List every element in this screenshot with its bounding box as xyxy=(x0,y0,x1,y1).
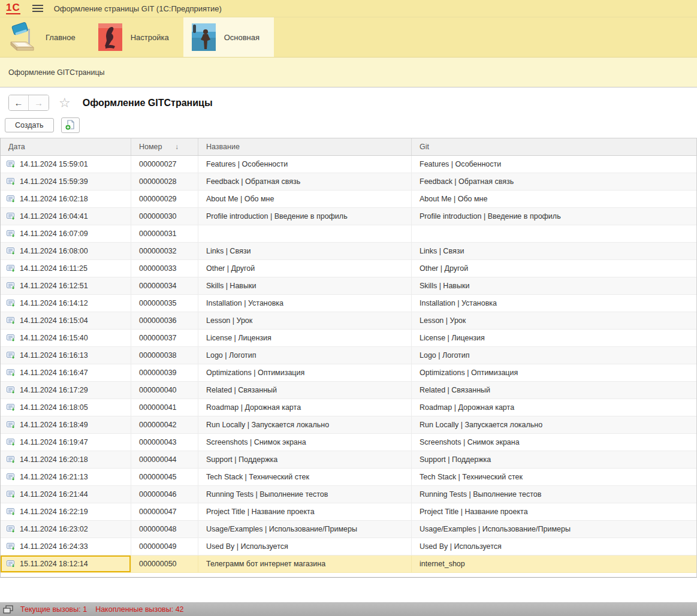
cell-git[interactable]: Tech Stack | Технический стек xyxy=(412,469,696,485)
table-row[interactable]: 14.11.2024 16:21:44000000046Running Test… xyxy=(1,486,696,503)
column-header-name[interactable]: Название xyxy=(198,138,412,155)
cell-number[interactable]: 000000040 xyxy=(131,382,198,398)
table-row[interactable]: 14.11.2024 16:17:29000000040Related | Св… xyxy=(1,382,696,399)
table-row[interactable]: 14.11.2024 16:07:09000000031 xyxy=(1,225,696,243)
table-row[interactable]: 15.11.2024 18:12:14000000050Телеграмм бо… xyxy=(1,555,696,573)
cell-date[interactable]: 14.11.2024 16:21:13 xyxy=(1,469,131,485)
cell-date[interactable]: 14.11.2024 16:16:13 xyxy=(1,347,131,364)
breadcrumb[interactable]: Оформление GITСтраницы xyxy=(8,68,105,77)
cell-date[interactable]: 15.11.2024 18:12:14 xyxy=(1,555,131,572)
cell-number[interactable]: 000000050 xyxy=(131,555,198,572)
cell-number[interactable]: 000000048 xyxy=(131,521,198,538)
cell-date[interactable]: 14.11.2024 16:04:41 xyxy=(1,208,131,225)
cell-name[interactable]: Support | Поддержка xyxy=(198,451,412,468)
table-row[interactable]: 14.11.2024 15:59:01000000027Features | О… xyxy=(1,156,696,173)
table-row[interactable]: 14.11.2024 16:15:04000000036Lesson | Уро… xyxy=(1,312,696,330)
cell-name[interactable]: License | Лицензия xyxy=(198,330,412,346)
cell-name[interactable]: Roadmap | Дорожная карта xyxy=(198,399,412,416)
cell-date[interactable]: 14.11.2024 16:19:47 xyxy=(1,434,131,451)
table-row[interactable]: 14.11.2024 16:14:12000000035Installation… xyxy=(1,295,696,312)
cell-git[interactable]: Roadmap | Дорожная карта xyxy=(412,399,696,416)
cell-number[interactable]: 000000047 xyxy=(131,503,198,520)
table-row[interactable]: 14.11.2024 16:23:02000000048Usage/Exampl… xyxy=(1,521,696,538)
cell-number[interactable]: 000000046 xyxy=(131,486,198,503)
cell-git[interactable]: Skills | Навыки xyxy=(412,277,696,294)
create-button[interactable]: Создать xyxy=(5,118,54,132)
cell-date[interactable]: 14.11.2024 16:21:44 xyxy=(1,486,131,503)
cell-name[interactable]: Installation | Установка xyxy=(198,295,412,312)
table-row[interactable]: 14.11.2024 16:16:13000000038Logo | Логот… xyxy=(1,347,696,364)
table-row[interactable]: 14.11.2024 16:16:47000000039Optimization… xyxy=(1,364,696,382)
cell-git[interactable]: Running Tests | Выполнение тестов xyxy=(412,486,696,503)
cell-name[interactable]: Features | Особенности xyxy=(198,156,412,173)
cell-name[interactable]: Running Tests | Выполнение тестов xyxy=(198,486,412,503)
table-row[interactable]: 14.11.2024 16:11:25000000033Other | Друг… xyxy=(1,260,696,277)
cell-git[interactable]: internet_shop xyxy=(412,555,696,572)
cell-number[interactable]: 000000038 xyxy=(131,347,198,364)
forward-button[interactable]: → xyxy=(29,95,49,110)
cell-date[interactable]: 14.11.2024 16:15:04 xyxy=(1,312,131,329)
table-row[interactable]: 14.11.2024 16:08:00000000032Links | Связ… xyxy=(1,243,696,260)
table-row[interactable]: 14.11.2024 16:21:13000000045Tech Stack |… xyxy=(1,469,696,486)
cell-git[interactable]: Features | Особенности xyxy=(412,156,696,173)
cell-number[interactable]: 000000032 xyxy=(131,243,198,259)
cell-name[interactable]: Usage/Examples | Использование/Примеры xyxy=(198,521,412,538)
cell-date[interactable]: 14.11.2024 16:11:25 xyxy=(1,260,131,277)
cell-number[interactable]: 000000031 xyxy=(131,225,198,242)
table-row[interactable]: 14.11.2024 16:18:49000000042Run Locally … xyxy=(1,416,696,434)
table-row[interactable]: 14.11.2024 16:12:51000000034Skills | Нав… xyxy=(1,277,696,295)
table-row[interactable]: 14.11.2024 15:59:39000000028Feedback | О… xyxy=(1,173,696,191)
cell-date[interactable]: 14.11.2024 16:18:05 xyxy=(1,399,131,416)
cell-date[interactable]: 14.11.2024 15:59:01 xyxy=(1,156,131,173)
cell-number[interactable]: 000000041 xyxy=(131,399,198,416)
cell-date[interactable]: 14.11.2024 16:16:47 xyxy=(1,364,131,381)
table-row[interactable]: 14.11.2024 16:15:40000000037License | Ли… xyxy=(1,330,696,347)
cell-git[interactable]: Other | Другой xyxy=(412,260,696,277)
cell-date[interactable]: 14.11.2024 16:07:09 xyxy=(1,225,131,242)
cell-number[interactable]: 000000029 xyxy=(131,191,198,207)
back-button[interactable]: ← xyxy=(9,95,29,110)
cell-name[interactable]: Used By | Используется xyxy=(198,538,412,555)
cell-number[interactable]: 000000028 xyxy=(131,173,198,190)
cell-number[interactable]: 000000042 xyxy=(131,416,198,433)
cell-git[interactable]: Support | Поддержка xyxy=(412,451,696,468)
cell-number[interactable]: 000000043 xyxy=(131,434,198,451)
cell-name[interactable]: Other | Другой xyxy=(198,260,412,277)
cell-name[interactable]: Run Locally | Запускается локально xyxy=(198,416,412,433)
cell-name[interactable]: Tech Stack | Технический стек xyxy=(198,469,412,485)
cell-name[interactable]: Logo | Логотип xyxy=(198,347,412,364)
cell-number[interactable]: 000000035 xyxy=(131,295,198,312)
cell-date[interactable]: 14.11.2024 16:17:29 xyxy=(1,382,131,398)
cell-git[interactable] xyxy=(412,225,696,242)
cell-git[interactable]: Screenshots | Снимок экрана xyxy=(412,434,696,451)
cell-git[interactable]: License | Лицензия xyxy=(412,330,696,346)
cell-number[interactable]: 000000039 xyxy=(131,364,198,381)
table-row[interactable]: 14.11.2024 16:22:19000000047Project Titl… xyxy=(1,503,696,521)
column-header-number[interactable]: Номер ↓ xyxy=(131,138,198,155)
cell-date[interactable]: 14.11.2024 16:08:00 xyxy=(1,243,131,259)
cell-date[interactable]: 14.11.2024 16:14:12 xyxy=(1,295,131,312)
tab-glavnoe[interactable]: Главное xyxy=(0,17,90,57)
cell-name[interactable]: Skills | Навыки xyxy=(198,277,412,294)
cell-date[interactable]: 14.11.2024 16:18:49 xyxy=(1,416,131,433)
cell-name[interactable]: Feedback | Обратная связь xyxy=(198,173,412,190)
favorite-star-icon[interactable]: ☆ xyxy=(59,96,71,110)
cell-name[interactable]: Related | Связанный xyxy=(198,382,412,398)
cell-number[interactable]: 000000036 xyxy=(131,312,198,329)
cell-git[interactable]: Related | Связанный xyxy=(412,382,696,398)
cell-name[interactable]: Optimizations | Оптимизация xyxy=(198,364,412,381)
cell-date[interactable]: 14.11.2024 16:20:18 xyxy=(1,451,131,468)
tab-nastroyka[interactable]: Настройка xyxy=(90,17,183,57)
table-row[interactable]: 14.11.2024 16:04:41000000030Profile intr… xyxy=(1,208,696,225)
table-row[interactable]: 14.11.2024 16:24:33000000049Used By | Ис… xyxy=(1,538,696,555)
cell-date[interactable]: 14.11.2024 16:24:33 xyxy=(1,538,131,555)
cell-date[interactable]: 14.11.2024 16:02:18 xyxy=(1,191,131,207)
cell-number[interactable]: 000000034 xyxy=(131,277,198,294)
cell-number[interactable]: 000000044 xyxy=(131,451,198,468)
hamburger-menu-icon[interactable] xyxy=(32,5,43,12)
cell-date[interactable]: 14.11.2024 16:23:02 xyxy=(1,521,131,538)
table-row[interactable]: 14.11.2024 16:02:18000000029About Me | О… xyxy=(1,191,696,208)
cell-git[interactable]: Links | Связи xyxy=(412,243,696,259)
column-header-git[interactable]: Git xyxy=(412,138,696,155)
cell-git[interactable]: About Me | Обо мне xyxy=(412,191,696,207)
